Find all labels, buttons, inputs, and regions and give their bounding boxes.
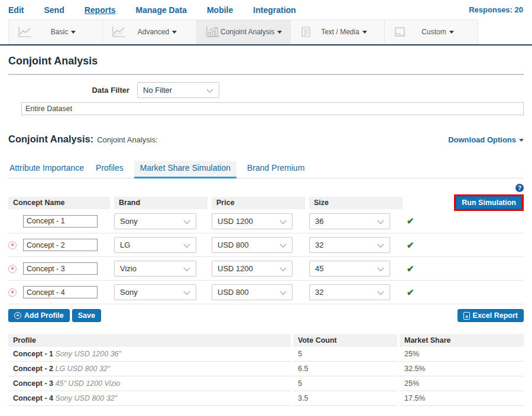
run-simulation-annotation: Run Simulation [454, 194, 524, 211]
profile-detail: Sony USD 1200 36" [56, 350, 121, 358]
toolbar-custom[interactable]: Custom [384, 20, 478, 44]
vote-count-value: 5 [293, 376, 397, 391]
chevron-down-icon [277, 31, 282, 34]
download-options-button[interactable]: Download Options [448, 135, 524, 144]
chevron-down-icon [183, 220, 190, 225]
nav-item-manage-data[interactable]: Manage Data [136, 5, 187, 15]
simulator-table: Concept Name Brand Price Size Run Simula… [8, 197, 524, 322]
valid-check-icon: ✔ [407, 240, 414, 250]
toolbar-basic[interactable]: Basic [8, 20, 102, 44]
profile-name: Concept - 2 [13, 365, 53, 373]
plus-icon: + [14, 312, 21, 319]
concept-row: ✕ Sony USD 800 32 ✔ [8, 280, 524, 304]
toolbar-advanced-label: Advanced [138, 28, 169, 36]
size-select-value: 45 [315, 264, 323, 273]
toolbar-basic-label: Basic [51, 28, 68, 36]
brand-select-value: Sony [120, 217, 138, 226]
chevron-down-icon [172, 31, 177, 34]
valid-check-icon: ✔ [407, 264, 414, 274]
brand-select[interactable]: Sony [114, 284, 196, 300]
concept-name-input[interactable] [23, 215, 98, 228]
chevron-down-icon [519, 139, 524, 142]
brand-select[interactable]: LG [114, 237, 196, 253]
toolbar-text-media[interactable]: Text / Media [290, 20, 384, 44]
top-nav: Edit Send Reports Manage Data Mobile Int… [0, 0, 532, 20]
result-row: Concept - 3 45" USD 1200 Vizio 5 25% [8, 376, 524, 391]
layout-icon [393, 26, 406, 38]
data-filter-select[interactable]: No Filter [137, 82, 219, 98]
chevron-down-icon [206, 89, 213, 93]
dataset-input[interactable] [21, 102, 524, 115]
price-select[interactable]: USD 1200 [212, 213, 293, 229]
nav-item-integration[interactable]: Integration [253, 5, 296, 15]
delete-concept-icon[interactable]: ✕ [8, 288, 17, 297]
chevron-down-icon [71, 31, 76, 34]
nav-item-send[interactable]: Send [44, 5, 64, 15]
simulator-header-row: Concept Name Brand Price Size [8, 197, 524, 209]
delete-concept-icon[interactable]: ✕ [8, 265, 17, 273]
save-button[interactable]: Save [72, 309, 101, 322]
tab-market-share-simulation[interactable]: Market Share Simulation [134, 161, 236, 178]
add-profile-button[interactable]: + Add Profile [8, 309, 70, 322]
size-select[interactable]: 32 [309, 237, 390, 253]
toolbar-advanced[interactable]: Advanced [102, 20, 196, 44]
toolbar-conjoint-label: Conjoint Analysis [220, 28, 274, 36]
market-share-value: 25% [400, 376, 524, 391]
concept-name-input[interactable] [23, 262, 98, 275]
price-select-value: USD 800 [218, 288, 249, 297]
svg-text:x: x [465, 313, 468, 318]
price-select[interactable]: USD 800 [212, 237, 293, 253]
data-filter-label: Data Filter [8, 86, 137, 95]
run-simulation-button[interactable]: Run Simulation [456, 196, 522, 209]
concept-name-input[interactable] [23, 286, 98, 298]
brand-select[interactable]: Vizio [114, 261, 196, 277]
nav-item-reports[interactable]: Reports [85, 5, 116, 15]
brand-select[interactable]: Sony [114, 213, 196, 229]
section-header: Conjoint Analysis: Conjoint Analysis: Do… [8, 134, 524, 145]
price-select-value: USD 1200 [218, 217, 253, 226]
col-market-share: Market Share [400, 334, 524, 347]
nav-item-mobile[interactable]: Mobile [207, 5, 233, 15]
profile-name: Concept - 3 [13, 379, 53, 388]
profile-detail: Sony USD 800 32" [56, 394, 118, 402]
chevron-down-icon [377, 267, 384, 272]
tab-attribute-importance[interactable]: Attribute Importance [8, 161, 85, 178]
toolbar-conjoint-analysis[interactable]: Conjoint Analysis [196, 20, 290, 44]
tab-profiles[interactable]: Profiles [95, 161, 125, 178]
chevron-down-icon [280, 291, 287, 295]
document-icon [299, 26, 312, 38]
nav-item-edit[interactable]: Edit [8, 5, 24, 15]
data-filter-row: Data Filter No Filter [8, 82, 524, 98]
col-profile: Profile [8, 334, 291, 347]
vote-count-value: 6.5 [293, 362, 397, 376]
bar-chart-icon [205, 26, 220, 38]
brand-select-value: LG [120, 240, 130, 249]
section-subtitle: Conjoint Analysis: [97, 135, 158, 144]
brand-select-value: Vizio [120, 264, 137, 273]
help-icon[interactable]: ? [515, 184, 524, 192]
chevron-down-icon [377, 291, 384, 295]
tab-brand-premium[interactable]: Brand Premium [246, 161, 306, 178]
chevron-down-icon [280, 220, 287, 225]
size-select[interactable]: 32 [309, 284, 390, 300]
col-brand: Brand [114, 197, 207, 209]
size-select-value: 36 [315, 217, 323, 226]
valid-check-icon: ✔ [407, 216, 414, 226]
price-select[interactable]: USD 1200 [212, 261, 293, 277]
market-share-value: 17.5% [400, 391, 524, 406]
line-chart-icon [17, 26, 33, 38]
size-select[interactable]: 45 [309, 261, 390, 277]
toolbar-custom-label: Custom [421, 28, 446, 36]
concept-name-input[interactable] [23, 239, 98, 251]
price-select[interactable]: USD 800 [212, 284, 293, 300]
page-title: Conjoint Analysis [8, 55, 524, 67]
excel-report-button[interactable]: x Excel Report [458, 309, 524, 322]
size-select-value: 32 [315, 288, 323, 297]
section-title: Conjoint Analysis: [8, 134, 93, 145]
chevron-down-icon [449, 31, 454, 34]
result-row: Concept - 4 Sony USD 800 32" 3.5 17.5% [8, 391, 524, 406]
size-select[interactable]: 36 [309, 213, 390, 229]
delete-concept-icon[interactable]: ✕ [8, 241, 17, 249]
concept-row: ✕ Vizio USD 1200 45 ✔ [8, 256, 524, 280]
col-concept-name: Concept Name [8, 197, 110, 209]
